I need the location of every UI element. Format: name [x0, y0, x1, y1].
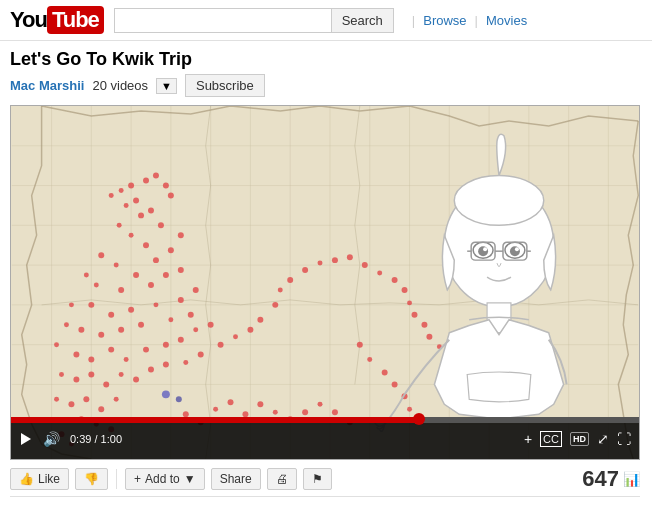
subscribe-button[interactable]: Subscribe	[185, 74, 265, 97]
dislike-button[interactable]: 👎	[75, 468, 108, 490]
svg-point-29	[109, 193, 114, 198]
add-to-button[interactable]: + Add to ▼	[125, 468, 205, 490]
svg-point-42	[168, 247, 174, 253]
volume-button[interactable]: 🔊	[41, 431, 62, 447]
svg-point-35	[158, 222, 164, 228]
svg-point-90	[98, 406, 104, 412]
svg-point-46	[94, 283, 99, 288]
svg-point-72	[193, 327, 198, 332]
logo-tube: Tube	[47, 6, 104, 34]
separator-1	[116, 469, 117, 489]
controls-row: 🔊 0:39 / 1:00 + CC HD	[11, 423, 639, 447]
svg-point-40	[114, 263, 119, 268]
expand-icon: ⤢	[597, 431, 609, 447]
subtitles-button[interactable]: CC	[540, 431, 562, 447]
svg-point-96	[302, 267, 308, 273]
search-form: Search	[114, 8, 394, 33]
page-header: YouTube Search | Browse | Movies	[0, 0, 652, 41]
hd-badge: HD	[570, 432, 589, 446]
svg-point-50	[69, 302, 74, 307]
progress-bar[interactable]	[11, 417, 639, 423]
svg-point-119	[228, 399, 234, 405]
map-svg	[11, 106, 639, 459]
svg-point-69	[143, 347, 149, 353]
svg-point-41	[153, 257, 159, 263]
svg-point-57	[64, 322, 69, 327]
svg-point-79	[133, 376, 139, 382]
svg-point-60	[118, 327, 124, 333]
svg-point-105	[412, 312, 418, 318]
hd-button[interactable]: HD	[570, 432, 589, 446]
svg-point-54	[153, 302, 158, 307]
expand-button[interactable]: ⤢	[597, 431, 609, 447]
play-pause-button[interactable]	[19, 433, 33, 445]
svg-point-56	[193, 287, 199, 293]
svg-point-51	[88, 302, 94, 308]
share-label: Share	[220, 472, 252, 486]
svg-point-104	[407, 300, 412, 305]
svg-point-75	[73, 376, 79, 382]
svg-point-93	[272, 302, 278, 308]
view-count: 647 📊	[582, 466, 640, 492]
svg-point-122	[273, 410, 278, 415]
share-button[interactable]: Share	[211, 468, 261, 490]
search-button[interactable]: Search	[331, 8, 394, 33]
movies-link[interactable]: Movies	[480, 13, 533, 28]
add-to-playlist-button[interactable]: +	[524, 431, 532, 447]
svg-point-43	[84, 273, 89, 278]
svg-point-81	[163, 362, 169, 368]
svg-point-112	[382, 370, 388, 376]
svg-point-61	[138, 322, 144, 328]
print-button[interactable]: 🖨	[267, 468, 297, 490]
add-to-label: Add to	[145, 472, 180, 486]
svg-point-30	[138, 212, 144, 218]
right-controls: + CC HD ⤢ ⛶	[524, 431, 631, 447]
svg-point-23	[128, 183, 134, 189]
svg-point-28	[163, 183, 169, 189]
svg-point-24	[143, 178, 149, 184]
svg-point-55	[178, 297, 184, 303]
svg-point-44	[133, 272, 139, 278]
svg-point-74	[59, 372, 64, 377]
video-count-dropdown-btn[interactable]: ▼	[156, 78, 177, 94]
youtube-logo[interactable]: YouTube	[10, 6, 104, 34]
svg-point-91	[114, 397, 119, 402]
nav-sep-1: |	[412, 13, 415, 28]
page-content: Let's Go To Kwik Trip Mac Marshii 20 vid…	[0, 41, 652, 501]
svg-point-102	[392, 277, 398, 283]
svg-point-82	[183, 360, 188, 365]
play-icon	[21, 433, 31, 445]
svg-point-62	[168, 317, 173, 322]
search-input[interactable]	[114, 8, 331, 33]
svg-point-89	[83, 396, 89, 402]
channel-name[interactable]: Mac Marshii	[10, 78, 84, 93]
flag-icon: ⚑	[312, 472, 323, 486]
like-label: Like	[38, 472, 60, 486]
svg-point-49	[178, 267, 184, 273]
video-player[interactable]: 🔊 0:39 / 1:00 + CC HD	[10, 105, 640, 460]
flag-button[interactable]: ⚑	[303, 468, 332, 490]
svg-point-48	[148, 282, 154, 288]
svg-point-70	[163, 342, 169, 348]
svg-point-39	[178, 232, 184, 238]
logo-you: You	[10, 7, 47, 33]
svg-point-103	[402, 287, 408, 293]
like-button[interactable]: 👍 Like	[10, 468, 69, 490]
svg-point-136	[454, 176, 543, 226]
svg-point-31	[124, 203, 129, 208]
svg-point-115	[407, 407, 412, 412]
fullscreen-button[interactable]: ⛶	[617, 431, 631, 447]
plus-icon: +	[524, 431, 532, 447]
svg-point-58	[78, 327, 84, 333]
svg-point-76	[88, 371, 94, 377]
svg-point-65	[73, 352, 79, 358]
browse-link[interactable]: Browse	[417, 13, 472, 28]
svg-point-47	[118, 287, 124, 293]
video-title: Let's Go To Kwik Trip	[10, 49, 642, 70]
svg-point-140	[510, 246, 520, 256]
svg-point-67	[108, 347, 114, 353]
svg-point-95	[287, 277, 293, 283]
svg-point-139	[478, 246, 488, 256]
add-icon: +	[134, 472, 141, 486]
svg-point-38	[98, 252, 104, 258]
